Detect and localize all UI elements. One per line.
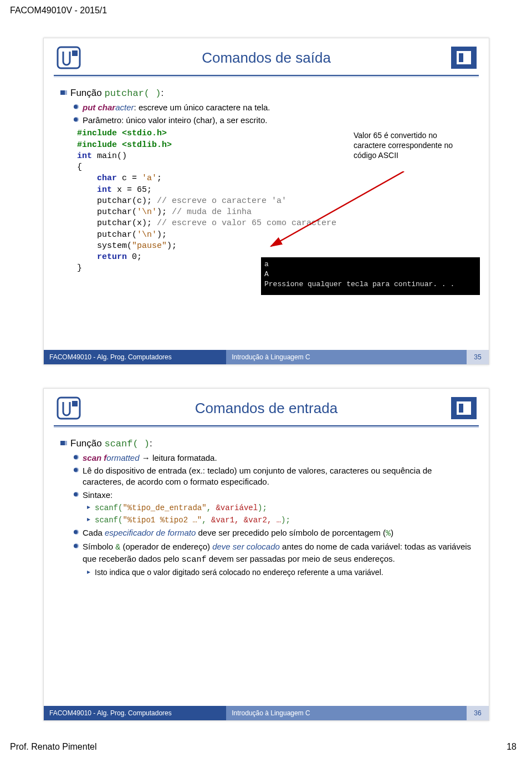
- bullet-funcao-putchar: Função putchar( ):: [60, 87, 472, 100]
- text: put char: [83, 103, 115, 112]
- callout-ascii: Valor 65 é convertido no caractere corre…: [354, 130, 470, 161]
- text: :: [150, 438, 152, 449]
- bullet-parametro: Parâmetro: único valor inteiro (char), a…: [74, 115, 472, 126]
- slide-content: Função scanf( ): scan formatted → leitur…: [44, 432, 489, 578]
- code: scanf(: [95, 516, 122, 525]
- text: devem ser passadas por meio de seus ende…: [207, 554, 395, 563]
- code-line: x = 65;: [112, 185, 152, 195]
- svg-rect-9: [457, 401, 471, 415]
- str: '\n': [137, 230, 157, 240]
- divider: [54, 425, 479, 428]
- facom-logo-icon: [449, 394, 479, 422]
- str: "%tipo1 %tipo2 …": [122, 516, 202, 525]
- footer-slide-number: 36: [467, 706, 489, 720]
- code: );: [258, 503, 267, 512]
- text: : escreve um único caractere na tela.: [134, 103, 270, 112]
- kw: int: [77, 151, 92, 161]
- text: scan f: [83, 453, 106, 462]
- slide-title: Comandos de entrada: [84, 400, 449, 417]
- text: Cada: [83, 528, 105, 537]
- facom-logo-icon: [449, 44, 479, 72]
- kw: return: [77, 252, 127, 262]
- text: Função: [70, 88, 104, 98]
- text: Parâmetro: único valor inteiro (char), a…: [83, 115, 267, 125]
- code-line: 0;: [127, 252, 142, 262]
- text: especificador de formato: [105, 528, 196, 537]
- slide-comandos-saida: Comandos de saída Função putchar( ): put…: [43, 38, 489, 365]
- text: :: [161, 88, 163, 98]
- var: &variável: [216, 503, 258, 512]
- str: "%tipo_de_entrada": [122, 503, 206, 512]
- str: "pause": [132, 241, 167, 251]
- bullet-scanf-single: scanf("%tipo_de_entrada", &variável);: [87, 502, 472, 513]
- bullet-putcharacter: put character: escreve um único caracter…: [74, 102, 472, 113]
- code-line: ;: [157, 174, 162, 183]
- code-line: putchar(: [77, 207, 137, 217]
- text: ): [391, 528, 393, 537]
- str: 'a': [142, 174, 157, 183]
- svg-rect-7: [72, 401, 78, 406]
- code: ,: [207, 503, 216, 512]
- code: );: [281, 516, 290, 525]
- footer-slide-number: 35: [467, 350, 489, 364]
- code-line: putchar(: [77, 230, 137, 240]
- bullet-especificador: Cada especificador de formato deve ser p…: [74, 527, 472, 540]
- text: deve ser precedido pelo símbolo de porce…: [196, 528, 386, 537]
- divider: [54, 75, 479, 77]
- code-line: putchar(x);: [77, 218, 157, 228]
- bullet-simbolo-amp: Símbolo & (operador de endereço) deve se…: [74, 541, 472, 566]
- comment: // escreve o valor 65 como caractere: [157, 218, 336, 228]
- footer-topic: Introdução à Linguagem C: [226, 350, 467, 364]
- footer-course: FACOM49010 - Alg. Prog. Computadores: [44, 350, 226, 364]
- page-header: FACOM49010V - 2015/1: [10, 6, 107, 16]
- text: deve ser colocado: [212, 542, 280, 551]
- slide-comandos-entrada: Comandos de entrada Função scanf( ): sca…: [43, 388, 489, 721]
- text: ormatted: [106, 453, 139, 462]
- str: '\n': [137, 207, 157, 217]
- slide-footer: FACOM49010 - Alg. Prog. Computadores Int…: [44, 706, 489, 720]
- ufu-logo-icon: [54, 44, 84, 72]
- code: &: [115, 543, 120, 552]
- code-line: }: [77, 263, 82, 273]
- slide-content: Função putchar( ): put character: escrev…: [44, 82, 489, 274]
- code-line: system(: [77, 241, 132, 251]
- text: Lê do dispositivo de entrada (ex.: tecla…: [83, 466, 432, 486]
- slide-title: Comandos de saída: [84, 49, 449, 67]
- footer-topic: Introdução à Linguagem C: [226, 706, 467, 720]
- code: scanf: [181, 555, 206, 564]
- code-line: #include <stdlib.h>: [77, 140, 172, 150]
- code-line: #include <stdio.h>: [77, 129, 167, 138]
- code-line: putchar(c);: [77, 196, 157, 206]
- code: ,: [202, 516, 211, 525]
- code: scanf( ): [104, 439, 150, 449]
- slide-header: Comandos de entrada: [44, 389, 489, 424]
- code: putchar( ): [104, 88, 161, 99]
- text: (operador de endereço): [120, 542, 212, 551]
- bullet-sintaxe: Sintaxe:: [74, 490, 472, 501]
- bullet-scan-formatted: scan formatted → leitura formatada.: [74, 452, 472, 464]
- kw: char: [77, 174, 117, 183]
- page-footer-number: 18: [507, 742, 516, 752]
- svg-rect-4: [459, 53, 463, 62]
- text: Símbolo: [83, 542, 115, 551]
- ufu-logo-icon: [54, 394, 84, 422]
- slide-footer: FACOM49010 - Alg. Prog. Computadores Int…: [44, 350, 489, 364]
- footer-course: FACOM49010 - Alg. Prog. Computadores: [44, 706, 226, 720]
- code-line: main(): [92, 151, 127, 161]
- bullet-isto-indica: Isto indica que o valor digitado será co…: [87, 567, 472, 578]
- code-line: );: [157, 207, 172, 217]
- svg-rect-1: [72, 50, 78, 56]
- text: Sintaxe:: [83, 490, 112, 500]
- bullet-funcao-scanf: Função scanf( ):: [60, 438, 472, 451]
- code-line: {: [77, 162, 82, 172]
- svg-rect-10: [459, 404, 463, 413]
- code-line: c =: [117, 174, 142, 183]
- var: &var1, &var2, …: [211, 516, 281, 525]
- slide-header: Comandos de saída: [44, 38, 489, 74]
- bullet-scanf-multi: scanf("%tipo1 %tipo2 …", &var1, &var2, ……: [87, 515, 472, 526]
- page-footer-author: Prof. Renato Pimentel: [10, 742, 97, 752]
- comment: // muda de linha: [172, 207, 252, 217]
- bullet-le-dispositivo: Lê do dispositivo de entrada (ex.: tecla…: [74, 465, 472, 488]
- kw: int: [77, 185, 112, 195]
- text: Função: [70, 438, 104, 449]
